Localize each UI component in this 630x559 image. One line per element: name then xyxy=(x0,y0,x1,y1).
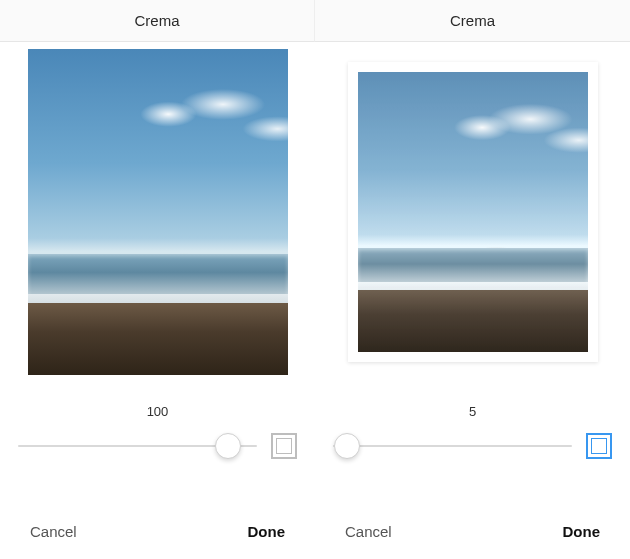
image-preview-area xyxy=(315,42,630,382)
filter-title: Crema xyxy=(0,0,315,42)
filter-strength-slider[interactable] xyxy=(18,434,257,458)
filter-strength-slider[interactable] xyxy=(333,434,572,458)
bottom-bar: Cancel Done xyxy=(0,503,315,559)
slider-value-label: 5 xyxy=(333,404,612,419)
slider-thumb[interactable] xyxy=(215,433,241,459)
filter-editor-left: Crema 100 Cancel Done xyxy=(0,0,315,559)
slider-thumb[interactable] xyxy=(334,433,360,459)
frame-toggle[interactable] xyxy=(586,433,612,459)
cancel-button[interactable]: Cancel xyxy=(30,523,77,540)
controls: 5 Cancel Done xyxy=(315,382,630,559)
cancel-button[interactable]: Cancel xyxy=(345,523,392,540)
photo-preview[interactable] xyxy=(348,62,598,362)
done-button[interactable]: Done xyxy=(563,523,601,540)
filter-editor-right: Crema 5 Cancel Done xyxy=(315,0,630,559)
slider-value-label: 100 xyxy=(18,404,297,419)
bottom-bar: Cancel Done xyxy=(315,503,630,559)
done-button[interactable]: Done xyxy=(248,523,286,540)
frame-toggle[interactable] xyxy=(271,433,297,459)
photo-preview[interactable] xyxy=(28,49,288,375)
image-preview-area xyxy=(0,42,315,382)
controls: 100 Cancel Done xyxy=(0,382,315,559)
filter-title: Crema xyxy=(315,0,630,42)
comparison-container: Crema 100 Cancel Done xyxy=(0,0,630,559)
